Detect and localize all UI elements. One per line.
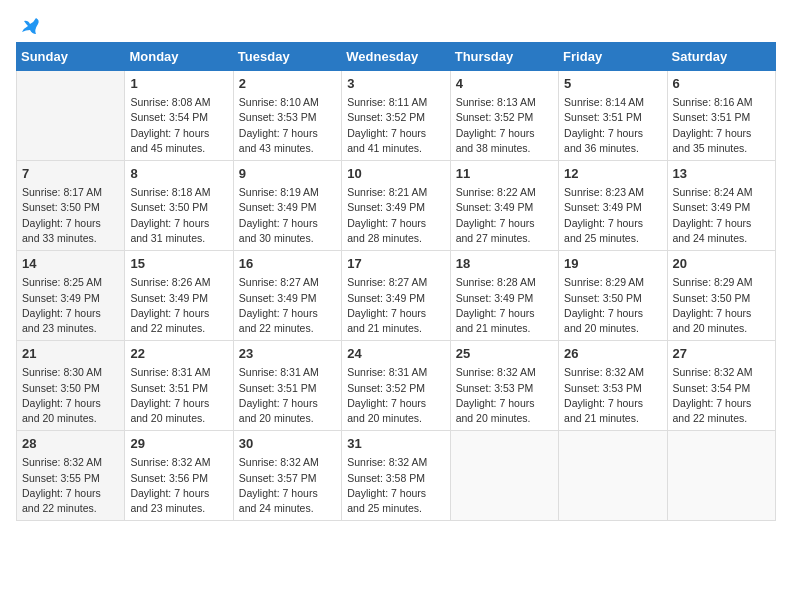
day-number: 27	[673, 345, 770, 363]
calendar-cell: 10Sunrise: 8:21 AM Sunset: 3:49 PM Dayli…	[342, 161, 450, 251]
day-number: 17	[347, 255, 444, 273]
weekday-header-monday: Monday	[125, 43, 233, 71]
day-number: 10	[347, 165, 444, 183]
calendar-cell: 14Sunrise: 8:25 AM Sunset: 3:49 PM Dayli…	[17, 251, 125, 341]
day-info: Sunrise: 8:32 AM Sunset: 3:53 PM Dayligh…	[564, 365, 661, 426]
calendar-cell: 17Sunrise: 8:27 AM Sunset: 3:49 PM Dayli…	[342, 251, 450, 341]
weekday-header-thursday: Thursday	[450, 43, 558, 71]
calendar-cell: 16Sunrise: 8:27 AM Sunset: 3:49 PM Dayli…	[233, 251, 341, 341]
day-number: 15	[130, 255, 227, 273]
day-info: Sunrise: 8:32 AM Sunset: 3:54 PM Dayligh…	[673, 365, 770, 426]
day-number: 9	[239, 165, 336, 183]
day-info: Sunrise: 8:29 AM Sunset: 3:50 PM Dayligh…	[564, 275, 661, 336]
day-info: Sunrise: 8:18 AM Sunset: 3:50 PM Dayligh…	[130, 185, 227, 246]
day-number: 24	[347, 345, 444, 363]
day-number: 23	[239, 345, 336, 363]
day-number: 5	[564, 75, 661, 93]
day-info: Sunrise: 8:08 AM Sunset: 3:54 PM Dayligh…	[130, 95, 227, 156]
day-number: 8	[130, 165, 227, 183]
day-number: 4	[456, 75, 553, 93]
calendar-week-row: 21Sunrise: 8:30 AM Sunset: 3:50 PM Dayli…	[17, 341, 776, 431]
day-number: 1	[130, 75, 227, 93]
day-number: 28	[22, 435, 119, 453]
day-info: Sunrise: 8:19 AM Sunset: 3:49 PM Dayligh…	[239, 185, 336, 246]
day-info: Sunrise: 8:31 AM Sunset: 3:51 PM Dayligh…	[130, 365, 227, 426]
calendar-cell: 23Sunrise: 8:31 AM Sunset: 3:51 PM Dayli…	[233, 341, 341, 431]
day-info: Sunrise: 8:32 AM Sunset: 3:56 PM Dayligh…	[130, 455, 227, 516]
day-info: Sunrise: 8:17 AM Sunset: 3:50 PM Dayligh…	[22, 185, 119, 246]
calendar-cell: 9Sunrise: 8:19 AM Sunset: 3:49 PM Daylig…	[233, 161, 341, 251]
day-info: Sunrise: 8:32 AM Sunset: 3:57 PM Dayligh…	[239, 455, 336, 516]
calendar-cell: 22Sunrise: 8:31 AM Sunset: 3:51 PM Dayli…	[125, 341, 233, 431]
calendar-week-row: 1Sunrise: 8:08 AM Sunset: 3:54 PM Daylig…	[17, 71, 776, 161]
day-number: 18	[456, 255, 553, 273]
weekday-header-saturday: Saturday	[667, 43, 775, 71]
day-info: Sunrise: 8:32 AM Sunset: 3:53 PM Dayligh…	[456, 365, 553, 426]
day-info: Sunrise: 8:30 AM Sunset: 3:50 PM Dayligh…	[22, 365, 119, 426]
day-number: 22	[130, 345, 227, 363]
calendar-cell: 26Sunrise: 8:32 AM Sunset: 3:53 PM Dayli…	[559, 341, 667, 431]
day-number: 29	[130, 435, 227, 453]
calendar-cell: 13Sunrise: 8:24 AM Sunset: 3:49 PM Dayli…	[667, 161, 775, 251]
day-number: 21	[22, 345, 119, 363]
calendar-week-row: 14Sunrise: 8:25 AM Sunset: 3:49 PM Dayli…	[17, 251, 776, 341]
calendar-week-row: 7Sunrise: 8:17 AM Sunset: 3:50 PM Daylig…	[17, 161, 776, 251]
logo	[16, 16, 42, 34]
calendar-table: SundayMondayTuesdayWednesdayThursdayFrid…	[16, 42, 776, 521]
day-number: 14	[22, 255, 119, 273]
calendar-cell	[17, 71, 125, 161]
calendar-cell: 6Sunrise: 8:16 AM Sunset: 3:51 PM Daylig…	[667, 71, 775, 161]
day-number: 2	[239, 75, 336, 93]
calendar-cell: 3Sunrise: 8:11 AM Sunset: 3:52 PM Daylig…	[342, 71, 450, 161]
calendar-cell: 24Sunrise: 8:31 AM Sunset: 3:52 PM Dayli…	[342, 341, 450, 431]
day-info: Sunrise: 8:10 AM Sunset: 3:53 PM Dayligh…	[239, 95, 336, 156]
calendar-cell: 1Sunrise: 8:08 AM Sunset: 3:54 PM Daylig…	[125, 71, 233, 161]
day-number: 3	[347, 75, 444, 93]
calendar-cell: 27Sunrise: 8:32 AM Sunset: 3:54 PM Dayli…	[667, 341, 775, 431]
calendar-cell: 30Sunrise: 8:32 AM Sunset: 3:57 PM Dayli…	[233, 431, 341, 521]
calendar-cell: 21Sunrise: 8:30 AM Sunset: 3:50 PM Dayli…	[17, 341, 125, 431]
calendar-cell: 5Sunrise: 8:14 AM Sunset: 3:51 PM Daylig…	[559, 71, 667, 161]
day-info: Sunrise: 8:27 AM Sunset: 3:49 PM Dayligh…	[239, 275, 336, 336]
calendar-cell: 7Sunrise: 8:17 AM Sunset: 3:50 PM Daylig…	[17, 161, 125, 251]
day-info: Sunrise: 8:32 AM Sunset: 3:55 PM Dayligh…	[22, 455, 119, 516]
header	[16, 16, 776, 34]
calendar-cell: 2Sunrise: 8:10 AM Sunset: 3:53 PM Daylig…	[233, 71, 341, 161]
day-number: 19	[564, 255, 661, 273]
calendar-cell	[450, 431, 558, 521]
day-number: 6	[673, 75, 770, 93]
calendar-cell: 25Sunrise: 8:32 AM Sunset: 3:53 PM Dayli…	[450, 341, 558, 431]
day-info: Sunrise: 8:11 AM Sunset: 3:52 PM Dayligh…	[347, 95, 444, 156]
day-info: Sunrise: 8:21 AM Sunset: 3:49 PM Dayligh…	[347, 185, 444, 246]
day-info: Sunrise: 8:23 AM Sunset: 3:49 PM Dayligh…	[564, 185, 661, 246]
calendar-cell	[559, 431, 667, 521]
day-info: Sunrise: 8:29 AM Sunset: 3:50 PM Dayligh…	[673, 275, 770, 336]
day-info: Sunrise: 8:16 AM Sunset: 3:51 PM Dayligh…	[673, 95, 770, 156]
weekday-header-friday: Friday	[559, 43, 667, 71]
calendar-cell: 12Sunrise: 8:23 AM Sunset: 3:49 PM Dayli…	[559, 161, 667, 251]
day-number: 31	[347, 435, 444, 453]
day-info: Sunrise: 8:31 AM Sunset: 3:51 PM Dayligh…	[239, 365, 336, 426]
day-info: Sunrise: 8:14 AM Sunset: 3:51 PM Dayligh…	[564, 95, 661, 156]
weekday-header-sunday: Sunday	[17, 43, 125, 71]
calendar-cell: 8Sunrise: 8:18 AM Sunset: 3:50 PM Daylig…	[125, 161, 233, 251]
day-info: Sunrise: 8:25 AM Sunset: 3:49 PM Dayligh…	[22, 275, 119, 336]
calendar-cell: 4Sunrise: 8:13 AM Sunset: 3:52 PM Daylig…	[450, 71, 558, 161]
day-info: Sunrise: 8:32 AM Sunset: 3:58 PM Dayligh…	[347, 455, 444, 516]
calendar-cell: 18Sunrise: 8:28 AM Sunset: 3:49 PM Dayli…	[450, 251, 558, 341]
day-number: 26	[564, 345, 661, 363]
day-number: 20	[673, 255, 770, 273]
calendar-cell	[667, 431, 775, 521]
calendar-cell: 29Sunrise: 8:32 AM Sunset: 3:56 PM Dayli…	[125, 431, 233, 521]
day-number: 7	[22, 165, 119, 183]
calendar-cell: 28Sunrise: 8:32 AM Sunset: 3:55 PM Dayli…	[17, 431, 125, 521]
day-info: Sunrise: 8:13 AM Sunset: 3:52 PM Dayligh…	[456, 95, 553, 156]
calendar-cell: 15Sunrise: 8:26 AM Sunset: 3:49 PM Dayli…	[125, 251, 233, 341]
day-info: Sunrise: 8:22 AM Sunset: 3:49 PM Dayligh…	[456, 185, 553, 246]
day-number: 12	[564, 165, 661, 183]
calendar-cell: 31Sunrise: 8:32 AM Sunset: 3:58 PM Dayli…	[342, 431, 450, 521]
day-number: 16	[239, 255, 336, 273]
day-info: Sunrise: 8:26 AM Sunset: 3:49 PM Dayligh…	[130, 275, 227, 336]
day-info: Sunrise: 8:28 AM Sunset: 3:49 PM Dayligh…	[456, 275, 553, 336]
calendar-header-row: SundayMondayTuesdayWednesdayThursdayFrid…	[17, 43, 776, 71]
